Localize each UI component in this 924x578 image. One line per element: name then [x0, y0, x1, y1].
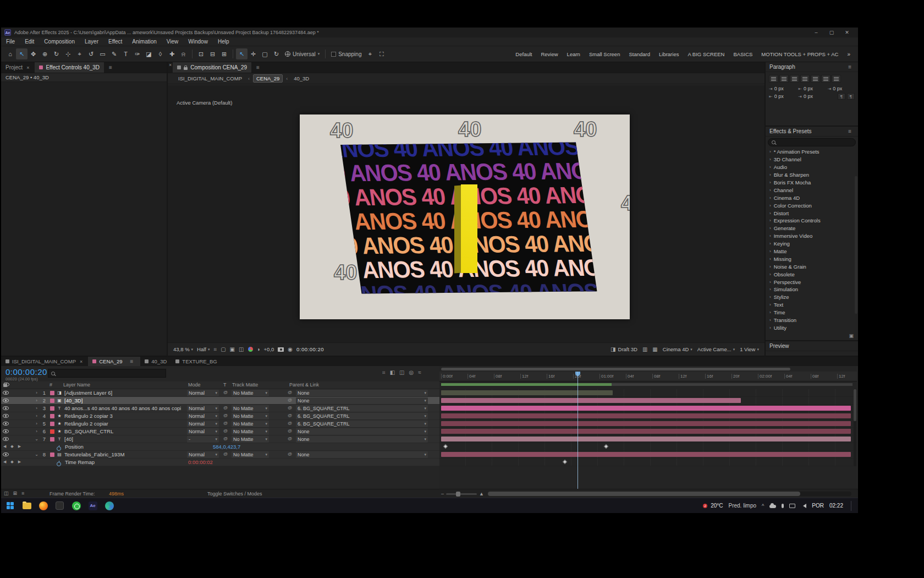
- track-matte-dropdown[interactable]: No Matte▾: [232, 421, 269, 427]
- transparency-grid-icon[interactable]: ◫: [239, 346, 244, 352]
- keyframe-navigator[interactable]: ◀ ◆ ▶: [3, 444, 23, 449]
- justify-last-center-button[interactable]: [811, 75, 820, 83]
- timeline-tab[interactable]: ISI_DIGITAL_MAIN_COMP×: [1, 357, 88, 366]
- volume-icon[interactable]: [801, 504, 806, 508]
- time-ruler[interactable]: 0:00f04f08f12f16f20f01:00f04f08f12f16f20…: [439, 372, 857, 381]
- keyframe-icon[interactable]: [443, 444, 448, 449]
- parent-pickwhip-icon[interactable]: @: [288, 413, 292, 418]
- keyframe-navigator[interactable]: ◀ ◆ ▶: [3, 460, 23, 464]
- close-icon[interactable]: ×: [79, 359, 84, 364]
- timeline-vertical-scrollbar[interactable]: [854, 389, 856, 466]
- fast-previews-dropdown[interactable]: ◨ Draft 3D: [610, 346, 637, 352]
- close-icon[interactable]: ×: [168, 62, 173, 73]
- twirl-icon[interactable]: ⌄: [33, 452, 40, 457]
- graph-editor-icon[interactable]: ≈: [418, 369, 421, 376]
- channels-icon[interactable]: [248, 347, 253, 352]
- workspace-tab[interactable]: Default: [511, 51, 536, 57]
- property-row[interactable]: ◀ ◆ ▶Time Remap0:00:00:02: [1, 459, 439, 466]
- layer-color-chip[interactable]: [50, 391, 54, 395]
- menu-window[interactable]: Window: [183, 39, 213, 45]
- snapshot-camera-icon[interactable]: [278, 347, 284, 352]
- exposure-value[interactable]: +0,0: [264, 346, 274, 352]
- viewer-timecode[interactable]: 0:00:00:20: [296, 346, 324, 352]
- panel-menu-icon[interactable]: ≡: [106, 62, 115, 73]
- clock[interactable]: 02:22: [829, 503, 843, 509]
- stopwatch-icon[interactable]: [57, 462, 61, 466]
- minimize-button[interactable]: –: [809, 30, 824, 35]
- track-matte-pickwhip-icon[interactable]: @: [223, 436, 228, 441]
- column-parent-link[interactable]: Parent & Link: [289, 382, 319, 388]
- workspace-tab[interactable]: Libraries: [654, 51, 683, 57]
- property-value[interactable]: 0:00:00:02: [188, 459, 213, 465]
- timeline-lane[interactable]: [439, 451, 857, 459]
- rotation-tool-icon[interactable]: ↺: [85, 48, 97, 59]
- rotate-tool-icon[interactable]: ↻: [271, 48, 282, 59]
- property-row[interactable]: ◀ ◆ ▶Position584,0,423,7: [1, 443, 439, 451]
- motion-blur-icon[interactable]: ◎: [409, 369, 414, 376]
- workspace-overflow-button[interactable]: »: [843, 51, 855, 57]
- paragraph-field[interactable]: ⇥0 px: [769, 86, 796, 91]
- column-preserve-transparency[interactable]: T: [223, 382, 227, 388]
- timeline-lane[interactable]: [439, 443, 857, 451]
- keyframe-icon[interactable]: [604, 444, 608, 449]
- effects-scrollbar[interactable]: [855, 176, 857, 314]
- menu-view[interactable]: View: [162, 39, 184, 45]
- layer-duration-bar[interactable]: [441, 413, 851, 418]
- parent-dropdown[interactable]: None▾: [296, 451, 428, 458]
- parent-pickwhip-icon[interactable]: @: [288, 390, 292, 395]
- brush-tool-icon[interactable]: ✑: [131, 48, 143, 59]
- tab-composition[interactable]: Composition CENA_29: [173, 62, 251, 73]
- layer-row[interactable]: ›5★Retângulo 2 copiarNormal▾@No Matte▾@6…: [1, 420, 439, 428]
- menu-composition[interactable]: Composition: [39, 39, 80, 45]
- timeline-tab[interactable]: 40_3D: [140, 357, 171, 366]
- magnification-dropdown[interactable]: 43,8 % ▾: [173, 346, 193, 352]
- comp-canvas[interactable]: 40 40 40 40 40 40 ANOS 40 ANOS 40 ANOS 4…: [300, 114, 630, 319]
- mode-dropdown[interactable]: Normal▾: [187, 451, 219, 458]
- layer-duration-bar[interactable]: [441, 452, 851, 457]
- mode-dropdown[interactable]: Normal▾: [187, 390, 219, 396]
- timeline-lane[interactable]: [439, 412, 857, 420]
- parent-dropdown[interactable]: 6. BG_SQUARE_CTRL▾: [296, 405, 428, 412]
- maximize-button[interactable]: ▢: [824, 30, 839, 35]
- timeline-lane[interactable]: [439, 389, 857, 397]
- effect-controls-body[interactable]: [1, 82, 167, 356]
- justify-last-left-button[interactable]: [800, 75, 810, 83]
- layer-row[interactable]: ›4★Retângulo 2 copiar 3Normal▾@No Matte▾…: [1, 412, 439, 420]
- panel-menu-icon[interactable]: ≡: [127, 358, 136, 364]
- paragraph-field[interactable]: ⇥0 px: [828, 86, 855, 91]
- draft-3d-toggle-icon[interactable]: ◧: [390, 369, 395, 376]
- view-layout-icon-a[interactable]: ▥: [642, 346, 647, 352]
- pen-tool-icon[interactable]: ✎: [108, 48, 120, 59]
- effects-category[interactable]: ›Perspective: [766, 278, 858, 286]
- menu-effect[interactable]: Effect: [103, 39, 127, 45]
- lock-icon[interactable]: [184, 67, 188, 70]
- parent-dropdown[interactable]: None▾: [296, 436, 428, 443]
- expand-layer-switches-icon[interactable]: ◫: [4, 490, 9, 496]
- workspace-tab[interactable]: Standard: [624, 51, 654, 57]
- panel-menu-icon[interactable]: ≡: [254, 62, 262, 73]
- visibility-toggle[interactable]: [1, 422, 10, 426]
- browser-globe-icon[interactable]: [105, 501, 114, 510]
- workspace-tab[interactable]: BASICS: [729, 51, 757, 57]
- start-button[interactable]: [6, 501, 15, 510]
- track-matte-pickwhip-icon[interactable]: @: [223, 390, 228, 395]
- effects-search-input[interactable]: [768, 138, 856, 146]
- track-matte-dropdown[interactable]: No Matte▾: [232, 451, 269, 458]
- workspace-tab[interactable]: Review: [536, 51, 562, 57]
- effects-category[interactable]: ›Expression Controls: [766, 217, 858, 225]
- camera-view-dropdown[interactable]: Active Came... ▾: [697, 346, 735, 352]
- firefox-icon[interactable]: [38, 501, 48, 510]
- effects-category[interactable]: ›* Animation Presets: [766, 148, 858, 156]
- align-right-button[interactable]: [790, 75, 799, 83]
- timeline-search-input[interactable]: [48, 369, 166, 378]
- effects-category[interactable]: ›Stylize: [766, 293, 858, 301]
- effects-category[interactable]: ›Noise & Grain: [766, 263, 858, 270]
- menu-layer[interactable]: Layer: [80, 39, 103, 45]
- snapping-checkbox[interactable]: [331, 52, 336, 57]
- current-time-display[interactable]: 0:00:00:20: [6, 367, 47, 377]
- hidden-icons-chevron[interactable]: ^: [762, 503, 764, 509]
- type-tool-icon[interactable]: T: [120, 48, 131, 59]
- rectangle-tool-icon[interactable]: ▭: [97, 48, 108, 59]
- visibility-toggle[interactable]: [1, 406, 10, 410]
- show-desktop-button[interactable]: [851, 501, 853, 511]
